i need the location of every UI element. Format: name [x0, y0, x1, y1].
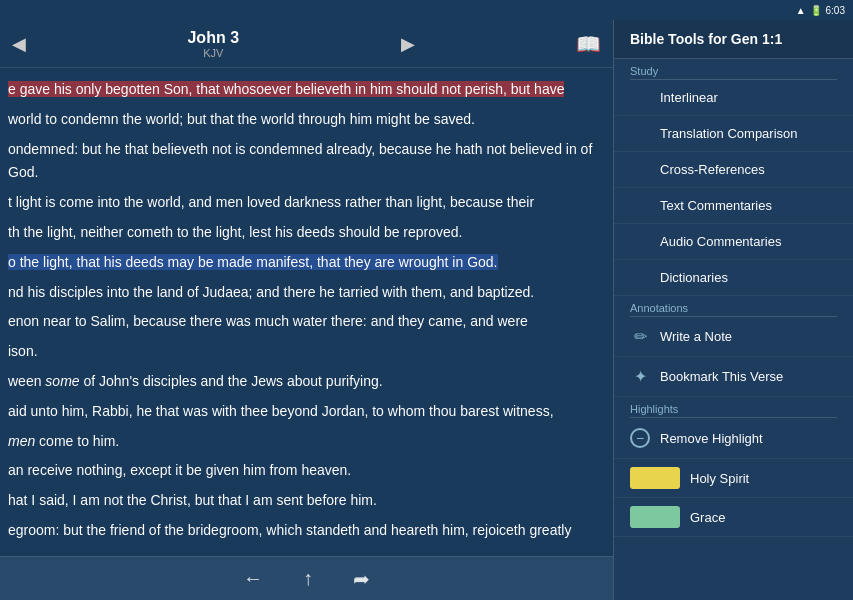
bottom-nav: ← ↑ ➦	[0, 556, 613, 600]
wifi-icon: ▲	[796, 5, 806, 16]
verse-4: t light is come into the world, and men …	[8, 191, 605, 215]
interlinear-label: Interlinear	[660, 90, 718, 105]
write-note-item[interactable]: ✏ Write a Note	[614, 317, 853, 357]
circle-minus-icon: −	[630, 428, 650, 448]
verse-15: egroom: but the friend of the bridegroom…	[8, 519, 605, 543]
bookmark-label: Bookmark This Verse	[660, 369, 783, 384]
verse-2: world to condemn the world; but that the…	[8, 108, 605, 132]
write-note-label: Write a Note	[660, 329, 732, 344]
app-container: ◀ John 3 KJV ▶ 📖 e gave his only begotte…	[0, 20, 853, 600]
book-icon[interactable]: 📖	[576, 32, 601, 56]
text-commentaries-item[interactable]: Text Commentaries	[614, 188, 853, 224]
prev-chapter-button[interactable]: ◀	[12, 33, 26, 55]
cross-ref-label: Cross-References	[660, 162, 765, 177]
book-title-area[interactable]: John 3 KJV	[187, 29, 239, 59]
dict-label: Dictionaries	[660, 270, 728, 285]
time-display: 6:03	[826, 5, 845, 16]
status-icons: ▲ 🔋 6:03	[796, 5, 845, 16]
yellow-swatch	[630, 467, 680, 489]
verse-6: o the light, that his deeds may be made …	[8, 251, 605, 275]
verse-7: nd his disciples into the land of Judaea…	[8, 281, 605, 305]
remove-highlight-item[interactable]: − Remove Highlight	[614, 418, 853, 459]
grace-label: Grace	[690, 510, 725, 525]
audio-commentaries-item[interactable]: Audio Commentaries	[614, 224, 853, 260]
audio-comm-label: Audio Commentaries	[660, 234, 781, 249]
next-chapter-button[interactable]: ▶	[401, 33, 415, 55]
bible-header: ◀ John 3 KJV ▶ 📖	[0, 20, 613, 68]
highlighted-text-red: e gave his only begotten Son, that whoso…	[8, 81, 564, 97]
verse-13: an receive nothing, except it be given h…	[8, 459, 605, 483]
verse-14: hat I said, I am not the Christ, but tha…	[8, 489, 605, 513]
holy-spirit-label: Holy Spirit	[690, 471, 749, 486]
verse-5: th the light, neither cometh to the ligh…	[8, 221, 605, 245]
back-nav-button[interactable]: ←	[243, 567, 263, 590]
cross-references-item[interactable]: Cross-References	[614, 152, 853, 188]
share-button[interactable]: ➦	[353, 567, 370, 591]
verse-11: aid unto him, Rabbi, he that was with th…	[8, 400, 605, 424]
status-bar: ▲ 🔋 6:03	[0, 0, 853, 20]
tools-title: Bible Tools for Gen 1:1	[630, 31, 782, 47]
green-swatch	[630, 506, 680, 528]
battery-icon: 🔋	[810, 5, 822, 16]
holy-spirit-highlight-item[interactable]: Holy Spirit	[614, 459, 853, 498]
verse-3: ondemned: but he that believeth not is c…	[8, 138, 605, 186]
remove-highlight-label: Remove Highlight	[660, 431, 763, 446]
annotations-section-label: Annotations	[614, 296, 853, 316]
verse-1: e gave his only begotten Son, that whoso…	[8, 78, 605, 102]
bible-text-area: e gave his only begotten Son, that whoso…	[0, 68, 613, 556]
highlights-section-label: Highlights	[614, 397, 853, 417]
star-icon: ✦	[630, 367, 650, 386]
grace-highlight-item[interactable]: Grace	[614, 498, 853, 537]
verse-8: enon near to Salim, because there was mu…	[8, 310, 605, 334]
up-nav-button[interactable]: ↑	[303, 567, 313, 590]
translation-comparison-item[interactable]: Translation Comparison	[614, 116, 853, 152]
study-section-label: Study	[614, 59, 853, 79]
pencil-icon: ✏	[630, 327, 650, 346]
book-version: KJV	[203, 47, 223, 59]
bookmark-verse-item[interactable]: ✦ Bookmark This Verse	[614, 357, 853, 397]
text-comm-label: Text Commentaries	[660, 198, 772, 213]
tools-header: Bible Tools for Gen 1:1	[614, 20, 853, 59]
translation-label: Translation Comparison	[660, 126, 798, 141]
tools-panel: Bible Tools for Gen 1:1 Study Interlinea…	[613, 20, 853, 600]
book-name: John 3	[187, 29, 239, 47]
bible-panel: ◀ John 3 KJV ▶ 📖 e gave his only begotte…	[0, 20, 613, 600]
verse-9: ison.	[8, 340, 605, 364]
highlighted-text-blue: o the light, that his deeds may be made …	[8, 254, 498, 270]
dictionaries-item[interactable]: Dictionaries	[614, 260, 853, 296]
remove-highlight-icon: −	[630, 428, 650, 448]
content-area: ◀ John 3 KJV ▶ 📖 e gave his only begotte…	[0, 20, 853, 600]
verse-12: men come to him.	[8, 430, 605, 454]
interlinear-item[interactable]: Interlinear	[614, 80, 853, 116]
verse-10: ween some of John's disciples and the Je…	[8, 370, 605, 394]
